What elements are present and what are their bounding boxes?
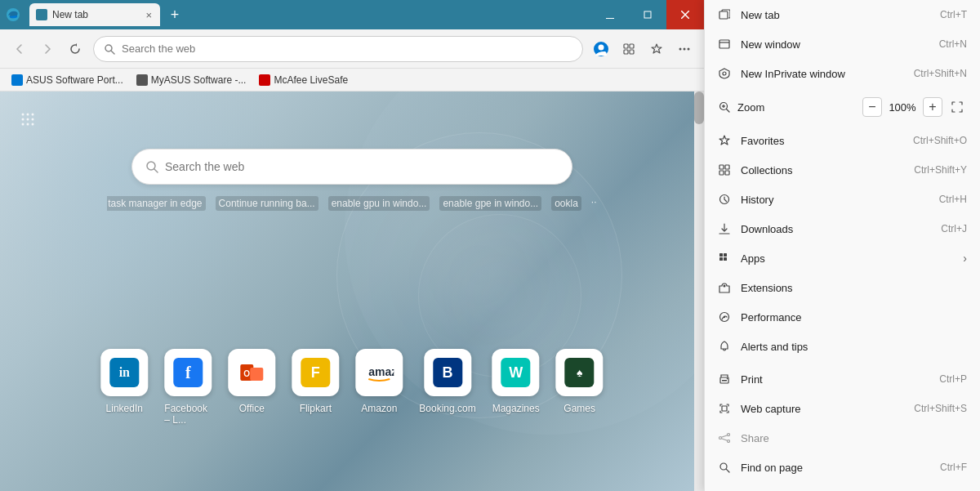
- fav-mcafee-label: McAfee LiveSafe: [274, 74, 348, 86]
- forward-button[interactable]: [34, 36, 60, 62]
- quick-links: in LinkedIn f Facebook – L... O Office F…: [100, 349, 603, 426]
- suggested-more[interactable]: ···: [591, 196, 597, 211]
- zoom-minus-button[interactable]: −: [862, 97, 882, 117]
- menu-item-apps[interactable]: Apps ›: [705, 243, 980, 273]
- zoom-plus-button[interactable]: +: [923, 97, 942, 117]
- svg-point-59: [728, 440, 730, 443]
- svg-point-58: [728, 434, 730, 436]
- menu-inprivate-label: New InPrivate window: [741, 68, 904, 80]
- window-controls: [591, 0, 704, 29]
- customize-button[interactable]: [16, 108, 39, 131]
- menu-item-webcapture[interactable]: Web capture Ctrl+Shift+S: [705, 394, 980, 423]
- vertical-scrollbar[interactable]: [694, 92, 704, 491]
- svg-rect-12: [630, 50, 634, 54]
- menu-item-inprivate[interactable]: New InPrivate window Ctrl+Shift+N: [705, 59, 980, 88]
- address-input[interactable]: [122, 42, 572, 55]
- menu-item-favorites[interactable]: Favorites Ctrl+Shift+O: [705, 126, 980, 155]
- quick-link-games-label: Games: [564, 403, 595, 414]
- svg-point-53: [724, 316, 725, 318]
- menu-item-performance[interactable]: Performance: [705, 302, 980, 332]
- menu-item-share: Share: [705, 423, 980, 453]
- svg-point-14: [684, 47, 686, 50]
- tab-close-button[interactable]: ×: [144, 9, 154, 21]
- deco-circle-4: [0, 92, 286, 337]
- menu-item-downloads[interactable]: Downloads Ctrl+J: [705, 214, 980, 243]
- svg-point-23: [27, 123, 29, 126]
- suggested-item-3[interactable]: enable gpe in windo...: [439, 196, 541, 211]
- webcapture-icon: [718, 402, 731, 415]
- scrollbar-thumb[interactable]: [694, 92, 704, 124]
- svg-point-60: [719, 437, 722, 440]
- menu-print-shortcut: Ctrl+P: [939, 373, 967, 385]
- minimize-button[interactable]: [591, 0, 629, 29]
- menu-item-print[interactable]: Print Ctrl+P: [705, 364, 980, 394]
- fav-asus-port-label: ASUS Software Port...: [26, 74, 123, 86]
- search-input[interactable]: [165, 160, 559, 173]
- fav-mcafee[interactable]: McAfee LiveSafe: [254, 73, 353, 87]
- quick-link-magazines[interactable]: W Magazines: [492, 349, 540, 426]
- suggested-item-2[interactable]: enable gpu in windo...: [328, 196, 430, 211]
- collections-button[interactable]: [616, 36, 642, 62]
- menu-favorites-label: Favorites: [741, 135, 903, 147]
- quick-link-booking[interactable]: B Booking.com: [419, 349, 475, 426]
- menu-item-extensions[interactable]: Extensions: [705, 273, 980, 302]
- menu-alerts-label: Alerts and tips: [741, 341, 967, 353]
- new-tab-button[interactable]: +: [163, 3, 186, 26]
- fav-myasus[interactable]: MyASUS Software -...: [131, 73, 252, 87]
- quick-link-linkedin[interactable]: in LinkedIn: [100, 349, 148, 426]
- svg-line-6: [111, 51, 114, 54]
- search-icon: [145, 160, 158, 173]
- svg-rect-11: [624, 50, 628, 54]
- menu-item-new-tab[interactable]: New tab Ctrl+T: [705, 0, 980, 29]
- quick-link-office-label: Office: [239, 403, 265, 414]
- search-box[interactable]: [131, 149, 572, 185]
- menu-item-findonpage[interactable]: Find on page Ctrl+F: [705, 453, 980, 482]
- zoom-fullscreen-button[interactable]: [947, 97, 967, 117]
- profile-button[interactable]: [588, 36, 614, 62]
- menu-new-window-shortcut: Ctrl+N: [939, 38, 967, 50]
- fav-myasus-icon: [136, 74, 148, 86]
- active-tab[interactable]: New tab ×: [29, 3, 160, 26]
- close-window-button[interactable]: [666, 0, 704, 29]
- menu-item-new-window[interactable]: New window Ctrl+N: [705, 29, 980, 59]
- quick-link-amazon-icon: amazon: [355, 349, 403, 396]
- menu-item-history[interactable]: History Ctrl+H: [705, 185, 980, 214]
- svg-rect-41: [719, 165, 724, 169]
- quick-link-booking-icon: B: [424, 349, 471, 396]
- address-bar[interactable]: [93, 36, 583, 62]
- suggested-item-4[interactable]: ookla: [551, 196, 581, 211]
- suggested-bar: task manager in edge Continue running ba…: [107, 196, 597, 211]
- quick-link-games[interactable]: ♠ Games: [556, 349, 604, 426]
- toolbar: [0, 29, 704, 69]
- quick-link-flipkart-icon: F: [292, 349, 339, 396]
- menu-item-readaloud: Read aloud Ctrl+Shift+U: [705, 482, 980, 491]
- svg-rect-10: [630, 44, 634, 48]
- svg-text:amazon: amazon: [368, 365, 394, 378]
- quick-link-facebook[interactable]: f Facebook – L...: [164, 349, 212, 426]
- more-tools-button[interactable]: [671, 36, 697, 62]
- maximize-button[interactable]: [629, 0, 666, 29]
- fav-mcafee-icon: [259, 74, 270, 86]
- menu-item-alerts[interactable]: Alerts and tips: [705, 332, 980, 361]
- new-tab-icon: [718, 8, 731, 21]
- quick-link-amazon[interactable]: amazon Amazon: [355, 349, 403, 426]
- refresh-button[interactable]: [62, 36, 88, 62]
- quick-link-flipkart[interactable]: F Flipkart: [292, 349, 339, 426]
- favorites-button[interactable]: [644, 36, 670, 62]
- fav-asus-port[interactable]: ASUS Software Port...: [7, 73, 128, 87]
- svg-point-56: [727, 378, 728, 380]
- svg-point-17: [27, 114, 29, 116]
- share-icon: [718, 431, 731, 444]
- performance-icon: [718, 310, 731, 324]
- menu-print-label: Print: [741, 373, 929, 386]
- menu-item-collections[interactable]: Collections Ctrl+Shift+Y: [705, 155, 980, 185]
- suggested-item-1[interactable]: Continue running ba...: [216, 196, 318, 211]
- svg-rect-49: [719, 257, 723, 261]
- quick-link-office[interactable]: O Office: [228, 349, 275, 426]
- suggested-item-0[interactable]: task manager in edge: [107, 196, 206, 211]
- back-button[interactable]: [7, 36, 33, 62]
- extensions-icon: [718, 281, 731, 294]
- zoom-icon: [718, 100, 731, 114]
- fav-myasus-label: MyASUS Software -...: [151, 74, 247, 86]
- svg-point-15: [688, 47, 690, 50]
